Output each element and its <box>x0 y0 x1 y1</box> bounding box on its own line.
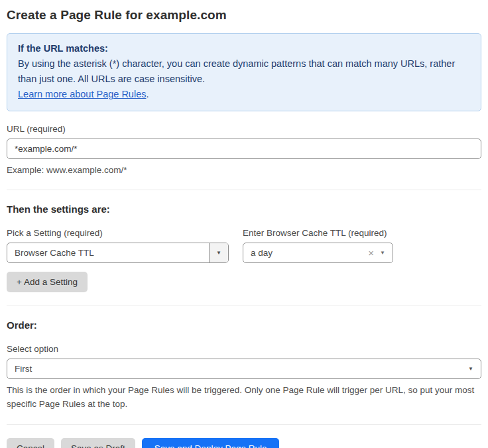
learn-more-link[interactable]: Learn more about Page Rules <box>18 89 146 99</box>
setting-picker-label: Pick a Setting (required) <box>7 228 229 238</box>
order-section-heading: Order: <box>7 319 481 331</box>
order-help-text: This is the order in which your Page Rul… <box>7 383 481 411</box>
order-select-arrow[interactable]: ▼ <box>468 366 481 372</box>
save-as-draft-button[interactable]: Save as Draft <box>61 438 135 448</box>
ttl-picker-select[interactable]: a day × ▼ <box>243 243 393 263</box>
cancel-button[interactable]: Cancel <box>7 438 54 448</box>
info-box-link-line: Learn more about Page Rules. <box>18 87 470 102</box>
divider <box>7 306 481 306</box>
url-field-help: Example: www.example.com/* <box>7 164 481 176</box>
divider <box>7 190 481 190</box>
info-box-heading: If the URL matches: <box>18 41 470 56</box>
setting-picker-arrow-button[interactable]: ▼ <box>209 243 228 262</box>
save-and-deploy-button[interactable]: Save and Deploy Page Rule <box>142 438 280 448</box>
chevron-down-icon: ▼ <box>216 251 221 256</box>
order-field-group: Select option First ▼ This is the order … <box>7 344 481 411</box>
chevron-down-icon: ▼ <box>468 366 473 372</box>
page-title: Create a Page Rule for example.com <box>7 8 481 23</box>
settings-row: Pick a Setting (required) Browser Cache … <box>7 228 481 263</box>
order-select-value: First <box>7 364 468 374</box>
setting-picker-select[interactable]: Browser Cache TTL ▼ <box>7 243 229 263</box>
ttl-picker-label: Enter Browser Cache TTL (required) <box>243 228 393 238</box>
url-match-info-box: If the URL matches: By using the asteris… <box>7 33 481 111</box>
setting-picker-group: Pick a Setting (required) Browser Cache … <box>7 228 229 263</box>
order-select-label: Select option <box>7 344 481 354</box>
order-select[interactable]: First ▼ <box>7 359 481 379</box>
url-input[interactable] <box>7 139 481 159</box>
clear-icon[interactable]: × <box>365 248 380 258</box>
chevron-down-icon: ▼ <box>380 251 385 256</box>
setting-picker-value: Browser Cache TTL <box>7 248 209 258</box>
settings-section-heading: Then the settings are: <box>7 203 481 215</box>
info-box-body: By using the asterisk (*) character, you… <box>18 56 470 87</box>
ttl-picker-group: Enter Browser Cache TTL (required) a day… <box>243 228 393 263</box>
ttl-picker-value: a day <box>243 248 365 258</box>
url-field-group: URL (required) Example: www.example.com/… <box>7 124 481 176</box>
ttl-picker-arrow[interactable]: ▼ <box>380 251 393 256</box>
divider <box>7 424 481 425</box>
footer-actions: Cancel Save as Draft Save and Deploy Pag… <box>7 438 481 448</box>
link-period: . <box>146 89 149 99</box>
url-field-label: URL (required) <box>7 124 481 134</box>
add-setting-button[interactable]: + Add a Setting <box>7 272 88 292</box>
